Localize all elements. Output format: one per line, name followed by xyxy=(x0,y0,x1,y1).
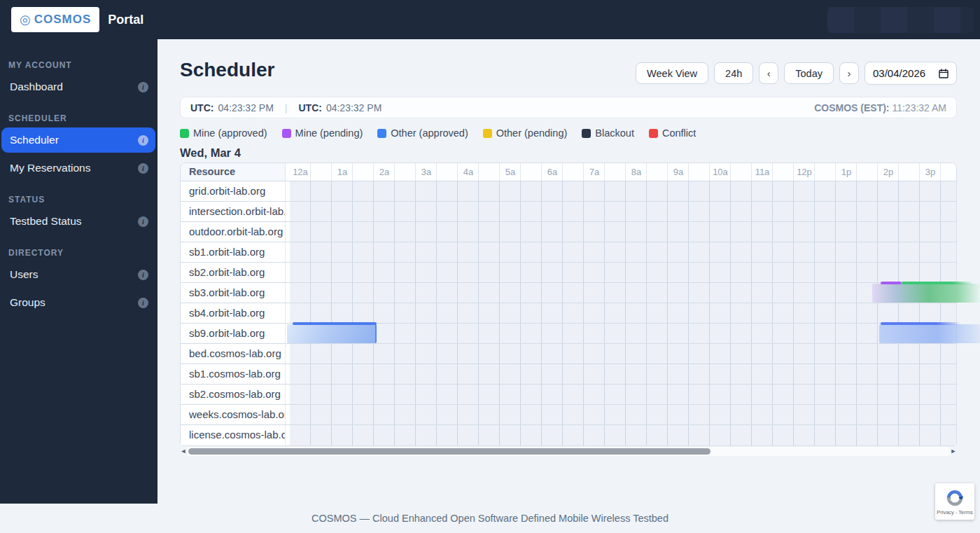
time-grid-cells[interactable] xyxy=(290,425,956,445)
reservation-strip xyxy=(881,282,902,284)
legend-swatch xyxy=(483,129,492,138)
scroll-right-arrow[interactable]: ► xyxy=(950,446,957,456)
resource-row: sb2.orbit-lab.org xyxy=(181,263,956,283)
footer-text: COSMOS — Cloud Enhanced Open Software De… xyxy=(312,513,668,524)
today-button[interactable]: Today xyxy=(784,62,834,84)
info-icon[interactable]: i xyxy=(138,135,148,146)
time-grid-cells[interactable] xyxy=(290,344,956,364)
resource-row: weeks.cosmos-lab.org xyxy=(181,405,956,425)
resource-name: intersection.orbit-lab.... xyxy=(181,202,286,221)
resource-row: sb9.orbit-lab.org xyxy=(181,324,956,344)
time-grid-cells[interactable] xyxy=(290,242,956,262)
calendar-icon xyxy=(939,69,948,78)
sidebar-item-label: Users xyxy=(10,268,38,281)
utc-value: 04:23:32 PM xyxy=(218,102,273,113)
footer: COSMOS — Cloud Enhanced Open Software De… xyxy=(0,504,980,533)
resource-name: sb1.orbit-lab.org xyxy=(181,242,286,262)
reservation-other-approved[interactable] xyxy=(879,324,980,343)
sidebar-section-label: DIRECTORY xyxy=(8,248,158,258)
time-header-3p: 3p xyxy=(920,163,941,181)
legend-swatch xyxy=(377,129,386,138)
sidebar-item-dashboard[interactable]: Dashboardi xyxy=(1,74,155,99)
date-value: 03/04/2026 xyxy=(873,67,925,79)
reservation-strip xyxy=(902,282,973,284)
range-24h-button[interactable]: 24h xyxy=(714,62,753,84)
timezone-bar: UTC: 04:23:32 PM | UTC: 04:23:32 PM COSM… xyxy=(180,97,957,118)
sidebar-item-users[interactable]: Usersi xyxy=(1,262,155,287)
time-grid-cells[interactable] xyxy=(290,405,956,424)
portal-label: Portal xyxy=(108,13,144,27)
cosmos-est-time: COSMOS (EST): 11:23:32 AM xyxy=(814,102,946,113)
time-grid-cells[interactable] xyxy=(290,263,956,282)
legend-label: Mine (approved) xyxy=(193,127,267,139)
time-header-4a: 4a xyxy=(458,163,479,181)
separator: | xyxy=(285,102,288,113)
info-icon[interactable]: i xyxy=(138,270,148,280)
resource-row: sb1.orbit-lab.org xyxy=(181,242,956,263)
resource-row: sb2.cosmos-lab.org xyxy=(181,385,956,405)
scroll-left-arrow[interactable]: ◄ xyxy=(180,446,187,456)
reservation-mine-pending-and-approved[interactable] xyxy=(872,284,980,303)
cosmos-logo-text: COSMOS xyxy=(34,13,92,27)
sidebar-item-testbed-status[interactable]: Testbed Statusi xyxy=(1,209,155,234)
time-header-7a: 7a xyxy=(584,163,605,181)
legend-label: Other (approved) xyxy=(391,127,468,139)
utc-label: UTC: xyxy=(190,102,214,113)
time-grid-cells[interactable] xyxy=(290,181,956,201)
scroll-track[interactable] xyxy=(187,447,950,456)
sidebar-item-label: Groups xyxy=(10,296,46,309)
reservation-strip xyxy=(881,322,960,325)
time-header-1a: 1a xyxy=(332,163,353,181)
reservation-strip xyxy=(293,322,377,325)
sidebar-item-scheduler[interactable]: Scheduleri xyxy=(1,127,155,153)
date-input[interactable]: 03/04/2026 xyxy=(864,62,957,85)
info-icon[interactable]: i xyxy=(138,163,148,174)
legend-item: Blackout xyxy=(582,127,634,139)
resource-row: bed.cosmos-lab.org xyxy=(181,344,956,364)
resource-name: grid.orbit-lab.org xyxy=(181,181,286,201)
time-grid-cells[interactable] xyxy=(290,364,956,384)
next-button[interactable]: › xyxy=(839,62,859,84)
utc-value-2: 04:23:32 PM xyxy=(326,102,382,113)
time-grid-cells[interactable] xyxy=(290,303,956,323)
time-grid-cells[interactable] xyxy=(290,202,956,221)
prev-button[interactable]: ‹ xyxy=(759,62,778,84)
sidebar-section-label: MY ACCOUNT xyxy=(8,60,158,70)
page-title: Scheduler xyxy=(180,59,274,81)
time-header-9a: 9a xyxy=(668,163,689,181)
time-header-10a: 10a xyxy=(710,163,731,181)
topbar: ◎ COSMOS Portal xyxy=(0,0,980,39)
sidebar-section-label: STATUS xyxy=(8,195,158,205)
reservation-other-approved[interactable] xyxy=(287,324,377,343)
time-grid-cells[interactable] xyxy=(290,385,956,404)
info-icon[interactable]: i xyxy=(138,298,148,308)
resource-column-header: Resource xyxy=(181,163,286,181)
sidebar: MY ACCOUNTDashboardiSCHEDULERScheduleriM… xyxy=(0,39,158,504)
recaptcha-badge[interactable]: Privacy - Terms xyxy=(935,483,974,520)
legend-swatch xyxy=(649,129,658,138)
resource-name: sb2.cosmos-lab.org xyxy=(181,385,286,404)
legend-item: Conflict xyxy=(649,127,696,139)
week-view-button[interactable]: Week View xyxy=(636,62,708,84)
time-header-5a: 5a xyxy=(500,163,521,181)
legend-label: Conflict xyxy=(662,127,696,139)
time-grid-cells[interactable] xyxy=(290,222,956,242)
time-header: 12a1a2a3a4a5a6a7a8a9a10a11a12p1p2p3p xyxy=(290,163,956,181)
grid-header-row: Resource 12a1a2a3a4a5a6a7a8a9a10a11a12p1… xyxy=(181,163,956,181)
time-header-6a: 6a xyxy=(542,163,563,181)
sidebar-item-groups[interactable]: Groupsi xyxy=(1,290,155,315)
sidebar-item-my-reservations[interactable]: My Reservationsi xyxy=(1,155,155,181)
sidebar-item-label: Scheduler xyxy=(10,134,59,146)
time-grid-cells[interactable] xyxy=(290,324,956,343)
legend-label: Mine (pending) xyxy=(295,127,363,139)
time-header-8a: 8a xyxy=(626,163,647,181)
legend: Mine (approved)Mine (pending)Other (appr… xyxy=(180,127,696,139)
legend-label: Other (pending) xyxy=(496,127,568,139)
info-icon[interactable]: i xyxy=(138,216,148,227)
time-grid-cells[interactable] xyxy=(290,283,956,303)
info-icon[interactable]: i xyxy=(138,82,148,92)
resource-name: sb9.orbit-lab.org xyxy=(181,324,286,343)
horizontal-scrollbar: ◄ ► xyxy=(180,446,957,456)
cosmos-logo[interactable]: ◎ COSMOS xyxy=(11,7,99,32)
scroll-thumb[interactable] xyxy=(188,448,710,455)
